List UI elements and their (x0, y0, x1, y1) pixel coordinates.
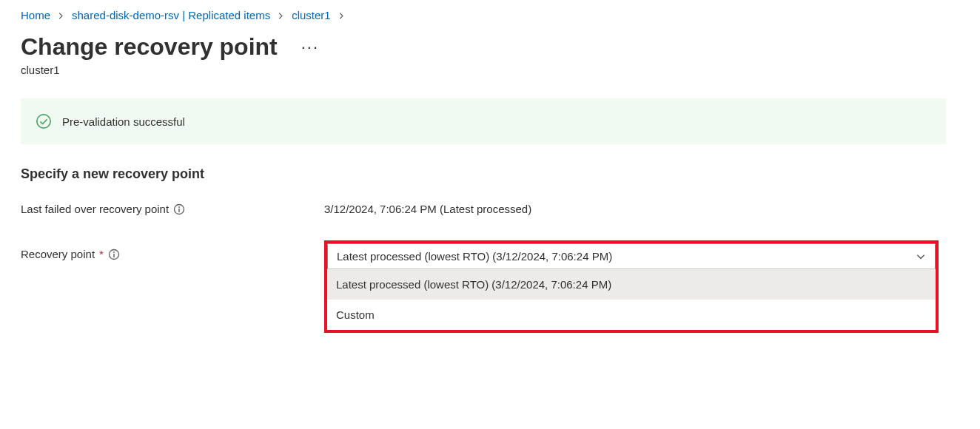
svg-rect-3 (178, 209, 179, 212)
breadcrumb-item[interactable]: cluster1 (292, 9, 331, 21)
svg-point-0 (37, 115, 50, 128)
success-check-icon (36, 113, 52, 129)
breadcrumb-home[interactable]: Home (21, 9, 50, 21)
banner-message: Pre-validation successful (62, 115, 185, 128)
chevron-right-icon (278, 9, 284, 21)
chevron-right-icon (338, 9, 345, 21)
svg-rect-6 (113, 254, 114, 257)
breadcrumb: Home shared-disk-demo-rsv | Replicated i… (21, 9, 959, 21)
breadcrumb-vault[interactable]: shared-disk-demo-rsv | Replicated items (72, 9, 270, 21)
chevron-down-icon (916, 251, 926, 262)
chevron-right-icon (58, 9, 64, 21)
info-icon[interactable] (173, 203, 185, 215)
dropdown-option-latest[interactable]: Latest processed (lowest RTO) (3/12/2024… (327, 269, 936, 300)
page-title: Change recovery point (21, 33, 278, 61)
recovery-point-label: Recovery point (21, 248, 95, 260)
page-title-row: Change recovery point ··· (21, 33, 959, 61)
field-recovery-point: Recovery point * Latest processed (lowes… (21, 240, 959, 333)
dropdown-highlight: Latest processed (lowest RTO) (3/12/2024… (324, 240, 939, 333)
svg-point-5 (113, 251, 115, 253)
required-indicator: * (99, 248, 104, 260)
last-failed-over-value: 3/12/2024, 7:06:24 PM (Latest processed) (324, 203, 531, 215)
last-failed-over-label: Last failed over recovery point (21, 203, 169, 215)
page-subtitle: cluster1 (21, 64, 959, 76)
dropdown-option-custom[interactable]: Custom (327, 300, 936, 330)
svg-point-2 (178, 206, 180, 208)
validation-banner: Pre-validation successful (21, 98, 946, 144)
more-actions-button[interactable]: ··· (301, 38, 319, 57)
section-heading: Specify a new recovery point (21, 166, 959, 182)
field-last-failed-over: Last failed over recovery point 3/12/202… (21, 203, 959, 215)
recovery-point-dropdown[interactable]: Latest processed (lowest RTO) (3/12/2024… (327, 243, 936, 269)
info-icon[interactable] (108, 249, 120, 260)
recovery-point-selected: Latest processed (lowest RTO) (3/12/2024… (337, 250, 612, 263)
